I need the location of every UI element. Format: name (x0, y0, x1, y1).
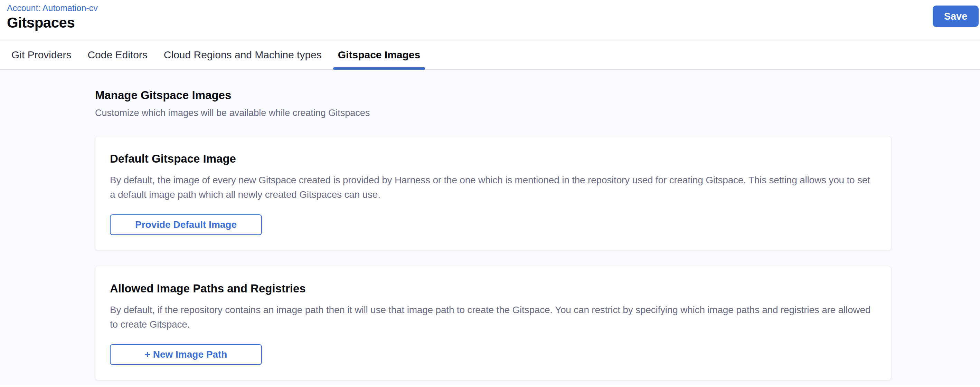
main-content: Manage Gitspace Images Customize which i… (0, 70, 980, 385)
page-title: Gitspaces (7, 15, 973, 31)
default-gitspace-image-card: Default Gitspace Image By default, the i… (95, 136, 891, 251)
header-title-bar: Account: Automation-cv Gitspaces Save (0, 0, 980, 40)
save-button[interactable]: Save (933, 6, 978, 27)
provide-default-image-button[interactable]: Provide Default Image (110, 214, 262, 235)
settings-tab-bar: Git Providers Code Editors Cloud Regions… (0, 40, 980, 70)
page-header: Account: Automation-cv Gitspaces Save Gi… (0, 0, 980, 70)
new-image-path-button[interactable]: + New Image Path (110, 344, 262, 365)
tab-cloud-regions-and-machine-types[interactable]: Cloud Regions and Machine types (164, 40, 322, 69)
account-breadcrumb-link[interactable]: Account: Automation-cv (7, 3, 98, 13)
gitspaces-settings-page: Account: Automation-cv Gitspaces Save Gi… (0, 0, 980, 385)
section-title: Manage Gitspace Images (95, 89, 891, 102)
card-title-allowed-image-paths: Allowed Image Paths and Registries (110, 282, 877, 295)
card-title-default-gitspace-image: Default Gitspace Image (110, 152, 877, 165)
allowed-image-paths-card: Allowed Image Paths and Registries By de… (95, 266, 891, 381)
section-subtitle: Customize which images will be available… (95, 107, 891, 118)
tab-gitspace-images[interactable]: Gitspace Images (338, 40, 420, 69)
tab-git-providers[interactable]: Git Providers (11, 40, 71, 69)
tab-code-editors[interactable]: Code Editors (88, 40, 147, 69)
card-description-allowed-image-paths: By default, if the repository contains a… (110, 303, 877, 332)
card-description-default-gitspace-image: By default, the image of every new Gitsp… (110, 173, 877, 202)
